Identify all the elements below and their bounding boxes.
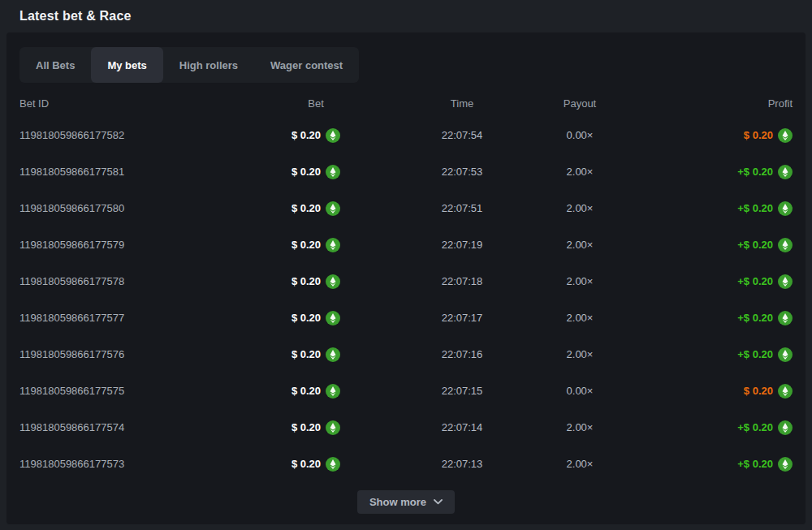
tab-high-rollers[interactable]: High rollers [163, 47, 254, 83]
coin-icon [778, 128, 793, 143]
column-header-bet-id: Bet ID [19, 97, 247, 110]
bet-id-cell[interactable]: 119818059866177581 [19, 166, 247, 178]
bet-amount: $ 0.20 [292, 239, 321, 251]
payout-cell: 2.00× [539, 202, 620, 214]
bet-cell: $ 0.20 [247, 165, 385, 179]
table-row[interactable]: 119818059866177575 $ 0.20 22:07:15 0.00×… [19, 373, 793, 409]
coin-icon [326, 347, 340, 362]
bet-cell: $ 0.20 [247, 384, 385, 399]
bet-cell: $ 0.20 [247, 311, 385, 325]
profit-amount: +$ 0.20 [737, 202, 773, 214]
profit-cell: $ 0.20 [620, 128, 793, 143]
profit-cell: +$ 0.20 [620, 347, 793, 362]
table-row[interactable]: 119818059866177579 $ 0.20 22:07:19 2.00×… [19, 226, 793, 263]
coin-icon [326, 128, 340, 143]
bet-id-cell[interactable]: 119818059866177578 [19, 275, 247, 287]
bet-id-cell[interactable]: 119818059866177575 [19, 385, 247, 397]
payout-cell: 2.00× [539, 239, 620, 251]
profit-amount: +$ 0.20 [737, 166, 773, 178]
profit-amount: $ 0.20 [744, 385, 773, 397]
column-header-time: Time [385, 97, 539, 110]
bet-amount: $ 0.20 [292, 385, 321, 397]
bet-cell: $ 0.20 [247, 201, 385, 216]
profit-amount: +$ 0.20 [737, 421, 773, 433]
coin-icon [326, 201, 340, 216]
tab-wager-contest[interactable]: Wager contest [254, 47, 359, 83]
coin-icon [778, 238, 793, 252]
bet-cell: $ 0.20 [247, 347, 385, 362]
profit-cell: +$ 0.20 [620, 420, 793, 435]
bet-cell: $ 0.20 [247, 128, 385, 143]
bet-id-cell[interactable]: 119818059866177582 [19, 129, 247, 141]
table-row[interactable]: 119818059866177573 $ 0.20 22:07:13 2.00×… [19, 446, 793, 482]
profit-amount: $ 0.20 [744, 129, 773, 141]
table-row[interactable]: 119818059866177576 $ 0.20 22:07:16 2.00×… [19, 336, 793, 373]
title-bar: Latest bet & Race [0, 0, 812, 32]
payout-cell: 0.00× [539, 129, 620, 141]
column-header-bet: Bet [247, 97, 385, 110]
table-row[interactable]: 119818059866177578 $ 0.20 22:07:18 2.00×… [19, 263, 793, 299]
payout-cell: 2.00× [539, 312, 620, 324]
payout-cell: 2.00× [539, 348, 620, 360]
latest-bets-panel: All Bets My bets High rollers Wager cont… [6, 32, 806, 524]
bet-id-cell[interactable]: 119818059866177577 [19, 312, 247, 324]
payout-cell: 2.00× [539, 275, 620, 287]
coin-icon [778, 274, 793, 289]
time-cell: 22:07:18 [385, 275, 539, 287]
profit-cell: $ 0.20 [620, 384, 793, 399]
profit-cell: +$ 0.20 [620, 238, 793, 252]
bet-id-cell[interactable]: 119818059866177580 [19, 202, 247, 214]
bet-amount: $ 0.20 [292, 348, 321, 360]
time-cell: 22:07:14 [385, 421, 539, 433]
profit-amount: +$ 0.20 [737, 239, 773, 251]
tab-all-bets[interactable]: All Bets [19, 47, 91, 83]
coin-icon [326, 165, 340, 179]
show-more-container: Show more [19, 490, 793, 514]
coin-icon [326, 311, 340, 325]
coin-icon [326, 274, 340, 289]
bet-cell: $ 0.20 [247, 420, 385, 435]
bet-id-cell[interactable]: 119818059866177574 [19, 421, 247, 433]
payout-cell: 2.00× [539, 166, 620, 178]
bet-amount: $ 0.20 [292, 166, 321, 178]
coin-icon [326, 238, 340, 252]
table-row[interactable]: 119818059866177581 $ 0.20 22:07:53 2.00×… [19, 153, 793, 190]
time-cell: 22:07:15 [385, 385, 539, 397]
coin-icon [326, 384, 340, 399]
payout-cell: 0.00× [539, 385, 620, 397]
profit-cell: +$ 0.20 [620, 201, 793, 216]
bet-amount: $ 0.20 [292, 421, 321, 433]
bet-id-cell[interactable]: 119818059866177579 [19, 239, 247, 251]
table-row[interactable]: 119818059866177574 $ 0.20 22:07:14 2.00×… [19, 409, 793, 446]
tab-my-bets[interactable]: My bets [91, 47, 162, 83]
column-header-payout: Payout [539, 97, 620, 110]
bets-table: Bet ID Bet Time Payout Profit 1198180598… [19, 89, 793, 482]
profit-amount: +$ 0.20 [737, 275, 773, 287]
page-title: Latest bet & Race [19, 9, 132, 24]
profit-amount: +$ 0.20 [737, 348, 773, 360]
bets-tabs: All Bets My bets High rollers Wager cont… [19, 47, 359, 83]
tab-label: All Bets [36, 59, 75, 71]
bet-amount: $ 0.20 [292, 458, 321, 470]
bet-id-cell[interactable]: 119818059866177576 [19, 348, 247, 360]
profit-cell: +$ 0.20 [620, 457, 793, 472]
tab-label: Wager contest [270, 59, 343, 71]
show-more-button[interactable]: Show more [357, 490, 455, 514]
bet-amount: $ 0.20 [292, 275, 321, 287]
bet-amount: $ 0.20 [292, 312, 321, 324]
table-row[interactable]: 119818059866177577 $ 0.20 22:07:17 2.00×… [19, 299, 793, 336]
bets-table-header: Bet ID Bet Time Payout Profit [19, 89, 793, 117]
table-row[interactable]: 119818059866177580 $ 0.20 22:07:51 2.00×… [19, 190, 793, 226]
coin-icon [326, 457, 340, 472]
coin-icon [778, 201, 793, 216]
profit-cell: +$ 0.20 [620, 274, 793, 289]
show-more-label: Show more [369, 496, 426, 508]
bet-id-cell[interactable]: 119818059866177573 [19, 458, 247, 470]
table-row[interactable]: 119818059866177582 $ 0.20 22:07:54 0.00×… [19, 117, 793, 153]
bet-amount: $ 0.20 [292, 129, 321, 141]
profit-amount: +$ 0.20 [737, 312, 773, 324]
tab-label: High rollers [179, 59, 238, 71]
bet-cell: $ 0.20 [247, 274, 385, 289]
time-cell: 22:07:19 [385, 239, 539, 251]
profit-cell: +$ 0.20 [620, 165, 793, 179]
